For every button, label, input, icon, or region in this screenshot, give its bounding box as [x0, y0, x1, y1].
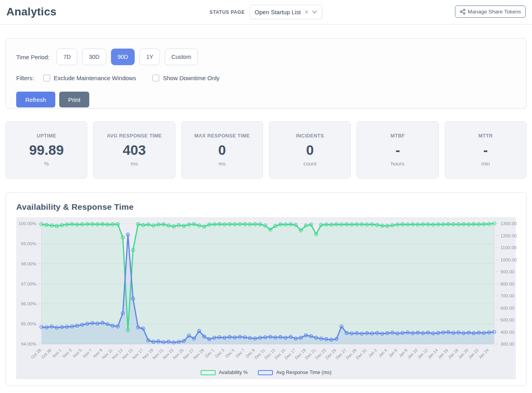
- stat-unit: count: [303, 161, 316, 167]
- stat-card-uptime: UPTIME99.89%: [6, 121, 87, 179]
- stat-label: INCIDENTS: [296, 133, 324, 139]
- time-period-7d[interactable]: 7D: [56, 49, 77, 65]
- availability-response-chart: 100.00%99.00%98.00%97.00%96.00%95.00%94.…: [16, 218, 517, 367]
- chevron-down-icon[interactable]: [312, 10, 317, 14]
- manage-share-tokens-label: Manage Share Tokens: [468, 9, 521, 15]
- top-bar: Analytics STATUS PAGE Open Startup List …: [0, 0, 532, 24]
- stat-card-avg-response-time: AVG RESPONSE TIME403ms: [93, 121, 175, 179]
- svg-text:Dec 15: Dec 15: [273, 348, 286, 360]
- svg-text:Jan 2: Jan 2: [367, 348, 378, 358]
- stat-value: 99.89: [29, 142, 64, 158]
- stat-card-mttr: MTTR-min: [445, 121, 526, 179]
- svg-text:Dec 5: Dec 5: [224, 348, 235, 359]
- svg-text:Nov 25: Nov 25: [172, 348, 184, 360]
- stat-unit: %: [44, 161, 49, 167]
- svg-text:Nov 23: Nov 23: [162, 348, 174, 360]
- filter-checkboxes: Exclude Maintenance WindowsShow Downtime…: [43, 75, 236, 81]
- app-title: Analytics: [6, 6, 56, 18]
- svg-text:Jan 10: Jan 10: [406, 348, 418, 360]
- svg-text:1100.00: 1100.00: [500, 245, 517, 250]
- time-period-buttons: 7D30D90D1YCustom: [56, 49, 197, 65]
- legend-swatch-icon: [258, 370, 273, 375]
- filter-checkbox-1[interactable]: Show Downtime Only: [152, 75, 219, 81]
- svg-text:Nov 1: Nov 1: [51, 348, 62, 359]
- stat-label: AVG RESPONSE TIME: [107, 133, 162, 139]
- svg-text:Nov 7: Nov 7: [82, 348, 93, 359]
- svg-text:1200.00: 1200.00: [500, 233, 517, 238]
- legend-item[interactable]: Avg Response Time (ms): [258, 370, 331, 375]
- svg-text:500.00: 500.00: [500, 318, 514, 322]
- print-button[interactable]: Print: [59, 92, 90, 107]
- svg-text:Oct 28: Oct 28: [30, 348, 42, 359]
- stat-card-incidents: INCIDENTS0count: [269, 121, 351, 179]
- filter-checkbox-0[interactable]: Exclude Maintenance Windows: [43, 75, 136, 81]
- stat-unit: min: [481, 161, 490, 167]
- stat-value: 403: [123, 142, 146, 158]
- chart-panel: Availability & Response Time 100.00%99.0…: [6, 192, 526, 386]
- stat-label: MAX RESPONSE TIME: [194, 133, 250, 139]
- chart-title: Availability & Response Time: [16, 202, 516, 212]
- time-period-1y[interactable]: 1Y: [139, 49, 160, 65]
- svg-text:Jan 22: Jan 22: [467, 348, 479, 360]
- svg-text:300.00: 300.00: [500, 342, 514, 346]
- checkbox-label: Show Downtime Only: [163, 75, 219, 81]
- status-page-value: Open Startup List: [255, 9, 301, 15]
- svg-text:Dec 29: Dec 29: [345, 348, 357, 360]
- share-icon: [460, 9, 466, 15]
- clear-selection-icon[interactable]: ✕: [305, 9, 309, 15]
- svg-text:400.00: 400.00: [500, 330, 514, 335]
- checkbox-label: Exclude Maintenance Windows: [54, 75, 136, 81]
- stats-row: UPTIME99.89%AVG RESPONSE TIME403msMAX RE…: [6, 121, 526, 179]
- svg-text:96.00%: 96.00%: [21, 301, 36, 306]
- svg-text:Dec 31: Dec 31: [355, 348, 367, 360]
- svg-text:Dec 1: Dec 1: [204, 348, 215, 359]
- svg-text:Nov 29: Nov 29: [192, 348, 205, 360]
- filter-panel: Time Period: 7D30D90D1YCustom Filters: E…: [6, 38, 526, 109]
- svg-text:Dec 13: Dec 13: [263, 348, 276, 360]
- stat-value: 0: [306, 142, 314, 158]
- svg-text:100.00%: 100.00%: [19, 221, 36, 226]
- stat-card-mtbf: MTBF-hours: [357, 121, 438, 179]
- time-period-custom[interactable]: Custom: [165, 49, 198, 65]
- status-page-group: STATUS PAGE Open Startup List ✕: [210, 5, 323, 19]
- svg-text:Jan 20: Jan 20: [457, 348, 469, 360]
- legend-swatch-icon: [201, 370, 216, 375]
- svg-text:1000.00: 1000.00: [500, 258, 517, 262]
- svg-text:1300.00: 1300.00: [500, 221, 517, 226]
- time-period-label: Time Period:: [16, 54, 49, 60]
- svg-text:99.00%: 99.00%: [21, 241, 36, 246]
- stat-value: -: [395, 142, 400, 158]
- stat-unit: ms: [131, 161, 138, 167]
- stat-label: UPTIME: [37, 133, 56, 139]
- svg-text:Jan 24: Jan 24: [477, 348, 490, 360]
- legend-label: Avg Response Time (ms): [276, 370, 331, 375]
- svg-text:900.00: 900.00: [500, 269, 514, 274]
- svg-text:Jan 18: Jan 18: [447, 348, 459, 360]
- svg-text:Jan 14: Jan 14: [427, 348, 439, 360]
- svg-text:Dec 25: Dec 25: [324, 348, 337, 360]
- svg-text:Dec 11: Dec 11: [254, 348, 266, 360]
- svg-text:Nov 27: Nov 27: [182, 348, 195, 360]
- svg-text:Nov 5: Nov 5: [72, 348, 83, 359]
- svg-text:Nov 11: Nov 11: [101, 348, 113, 360]
- stat-label: MTBF: [391, 133, 405, 139]
- refresh-button[interactable]: Refresh: [16, 92, 55, 107]
- checkbox-icon[interactable]: [43, 75, 50, 81]
- checkbox-icon[interactable]: [152, 75, 159, 81]
- stat-value: -: [483, 142, 488, 158]
- manage-share-tokens-button[interactable]: Manage Share Tokens: [455, 6, 526, 18]
- svg-text:700.00: 700.00: [500, 293, 514, 298]
- time-period-90d[interactable]: 90D: [111, 49, 135, 65]
- svg-text:Oct 30: Oct 30: [40, 348, 52, 359]
- svg-text:Nov 3: Nov 3: [62, 348, 73, 359]
- chart-legend: Availability %Avg Response Time (ms): [16, 369, 516, 379]
- status-page-label: STATUS PAGE: [210, 9, 245, 15]
- time-period-30d[interactable]: 30D: [82, 49, 106, 65]
- svg-text:97.00%: 97.00%: [21, 282, 36, 286]
- stat-unit: ms: [218, 161, 226, 167]
- legend-item[interactable]: Availability %: [201, 370, 248, 375]
- status-page-select[interactable]: Open Startup List ✕: [250, 5, 323, 19]
- svg-text:Jan 12: Jan 12: [416, 348, 429, 360]
- stat-label: MTTR: [478, 133, 493, 139]
- svg-text:Dec 19: Dec 19: [294, 348, 306, 360]
